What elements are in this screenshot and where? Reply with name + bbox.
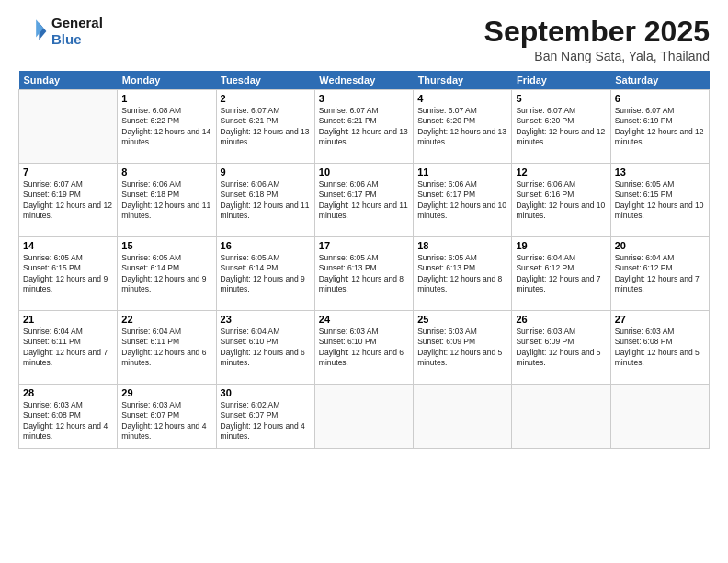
day-number: 21: [23, 314, 113, 325]
day-cell: 16 Sunrise: 6:05 AMSunset: 6:14 PMDaylig…: [216, 237, 314, 311]
day-info: Sunrise: 6:05 AMSunset: 6:15 PMDaylight:…: [615, 179, 705, 222]
day-cell: [19, 90, 118, 164]
day-number: 29: [121, 387, 211, 398]
day-info: Sunrise: 6:06 AMSunset: 6:16 PMDaylight:…: [516, 179, 606, 222]
day-cell: [512, 385, 610, 449]
day-info: Sunrise: 6:03 AMSunset: 6:09 PMDaylight:…: [516, 327, 606, 369]
day-info: Sunrise: 6:03 AMSunset: 6:10 PMDaylight:…: [319, 327, 409, 369]
day-info: Sunrise: 6:05 AMSunset: 6:13 PMDaylight:…: [417, 253, 507, 295]
day-number: 16: [221, 240, 311, 251]
day-number: 2: [221, 93, 311, 104]
day-cell: 10 Sunrise: 6:06 AMSunset: 6:17 PMDaylig…: [314, 164, 413, 237]
day-info: Sunrise: 6:03 AMSunset: 6:08 PMDaylight:…: [23, 400, 113, 442]
day-info: Sunrise: 6:07 AMSunset: 6:21 PMDaylight:…: [319, 106, 409, 148]
logo-text: General Blue: [51, 15, 103, 48]
header-thursday: Thursday: [414, 71, 512, 90]
day-cell: [314, 385, 413, 449]
header-sunday: Sunday: [19, 71, 118, 90]
day-number: 17: [319, 240, 409, 251]
day-cell: 25 Sunrise: 6:03 AMSunset: 6:09 PMDaylig…: [414, 311, 512, 385]
day-number: 28: [23, 387, 113, 398]
location: Ban Nang Sata, Yala, Thailand: [484, 49, 710, 63]
day-info: Sunrise: 6:05 AMSunset: 6:13 PMDaylight:…: [319, 253, 409, 295]
day-info: Sunrise: 6:05 AMSunset: 6:15 PMDaylight:…: [23, 253, 113, 295]
week-row-3: 14 Sunrise: 6:05 AMSunset: 6:15 PMDaylig…: [19, 237, 710, 311]
day-number: 5: [516, 93, 606, 104]
day-info: Sunrise: 6:06 AMSunset: 6:17 PMDaylight:…: [417, 179, 507, 222]
day-info: Sunrise: 6:04 AMSunset: 6:10 PMDaylight:…: [221, 327, 311, 369]
day-info: Sunrise: 6:06 AMSunset: 6:18 PMDaylight:…: [221, 179, 311, 222]
page: General Blue September 2025 Ban Nang Sat…: [0, 0, 728, 563]
day-info: Sunrise: 6:04 AMSunset: 6:12 PMDaylight:…: [516, 253, 606, 295]
day-number: 12: [516, 167, 606, 178]
logo: General Blue: [18, 15, 103, 48]
day-number: 22: [121, 314, 211, 325]
day-info: Sunrise: 6:03 AMSunset: 6:08 PMDaylight:…: [615, 327, 705, 369]
day-cell: 7 Sunrise: 6:07 AMSunset: 6:19 PMDayligh…: [19, 164, 118, 237]
day-cell: 13 Sunrise: 6:05 AMSunset: 6:15 PMDaylig…: [610, 164, 709, 237]
day-number: 25: [417, 314, 507, 325]
day-cell: 24 Sunrise: 6:03 AMSunset: 6:10 PMDaylig…: [314, 311, 413, 385]
header-row: Sunday Monday Tuesday Wednesday Thursday…: [19, 71, 710, 90]
day-info: Sunrise: 6:07 AMSunset: 6:19 PMDaylight:…: [23, 179, 113, 222]
day-info: Sunrise: 6:06 AMSunset: 6:18 PMDaylight:…: [121, 179, 211, 222]
day-info: Sunrise: 6:04 AMSunset: 6:11 PMDaylight:…: [121, 327, 211, 369]
week-row-2: 7 Sunrise: 6:07 AMSunset: 6:19 PMDayligh…: [19, 164, 710, 237]
day-cell: 4 Sunrise: 6:07 AMSunset: 6:20 PMDayligh…: [414, 90, 512, 164]
day-info: Sunrise: 6:07 AMSunset: 6:21 PMDaylight:…: [221, 106, 311, 148]
calendar-table: Sunday Monday Tuesday Wednesday Thursday…: [18, 71, 710, 449]
day-number: 8: [121, 167, 211, 178]
day-info: Sunrise: 6:02 AMSunset: 6:07 PMDaylight:…: [221, 400, 311, 442]
day-number: 4: [417, 93, 507, 104]
day-number: 9: [221, 167, 311, 178]
day-cell: 15 Sunrise: 6:05 AMSunset: 6:14 PMDaylig…: [118, 237, 216, 311]
day-number: 19: [516, 240, 606, 251]
day-cell: 26 Sunrise: 6:03 AMSunset: 6:09 PMDaylig…: [512, 311, 610, 385]
day-cell: 1 Sunrise: 6:08 AMSunset: 6:22 PMDayligh…: [118, 90, 216, 164]
day-number: 20: [615, 240, 705, 251]
header-saturday: Saturday: [610, 71, 709, 90]
day-cell: 22 Sunrise: 6:04 AMSunset: 6:11 PMDaylig…: [118, 311, 216, 385]
header-tuesday: Tuesday: [216, 71, 314, 90]
month-title: September 2025: [484, 15, 710, 49]
day-cell: 21 Sunrise: 6:04 AMSunset: 6:11 PMDaylig…: [19, 311, 118, 385]
day-number: 18: [417, 240, 507, 251]
header-wednesday: Wednesday: [314, 71, 413, 90]
day-number: 11: [417, 167, 507, 178]
day-cell: 11 Sunrise: 6:06 AMSunset: 6:17 PMDaylig…: [414, 164, 512, 237]
day-number: 27: [615, 314, 705, 325]
day-number: 15: [121, 240, 211, 251]
day-cell: [610, 385, 709, 449]
week-row-4: 21 Sunrise: 6:04 AMSunset: 6:11 PMDaylig…: [19, 311, 710, 385]
day-cell: 17 Sunrise: 6:05 AMSunset: 6:13 PMDaylig…: [314, 237, 413, 311]
header-friday: Friday: [512, 71, 610, 90]
week-row-1: 1 Sunrise: 6:08 AMSunset: 6:22 PMDayligh…: [19, 90, 710, 164]
day-number: 13: [615, 167, 705, 178]
day-number: 23: [221, 314, 311, 325]
day-cell: 19 Sunrise: 6:04 AMSunset: 6:12 PMDaylig…: [512, 237, 610, 311]
day-cell: 6 Sunrise: 6:07 AMSunset: 6:19 PMDayligh…: [610, 90, 709, 164]
day-cell: 5 Sunrise: 6:07 AMSunset: 6:20 PMDayligh…: [512, 90, 610, 164]
day-number: 3: [319, 93, 409, 104]
day-cell: [414, 385, 512, 449]
day-number: 1: [121, 93, 211, 104]
day-info: Sunrise: 6:05 AMSunset: 6:14 PMDaylight:…: [221, 253, 311, 295]
day-cell: 12 Sunrise: 6:06 AMSunset: 6:16 PMDaylig…: [512, 164, 610, 237]
day-number: 6: [615, 93, 705, 104]
day-info: Sunrise: 6:06 AMSunset: 6:17 PMDaylight:…: [319, 179, 409, 222]
day-info: Sunrise: 6:03 AMSunset: 6:07 PMDaylight:…: [121, 400, 211, 442]
day-cell: 14 Sunrise: 6:05 AMSunset: 6:15 PMDaylig…: [19, 237, 118, 311]
day-number: 26: [516, 314, 606, 325]
header-monday: Monday: [118, 71, 216, 90]
week-row-5: 28 Sunrise: 6:03 AMSunset: 6:08 PMDaylig…: [19, 385, 710, 449]
day-cell: 27 Sunrise: 6:03 AMSunset: 6:08 PMDaylig…: [610, 311, 709, 385]
day-number: 10: [319, 167, 409, 178]
day-cell: 2 Sunrise: 6:07 AMSunset: 6:21 PMDayligh…: [216, 90, 314, 164]
day-number: 30: [221, 387, 311, 398]
day-info: Sunrise: 6:04 AMSunset: 6:11 PMDaylight:…: [23, 327, 113, 369]
day-number: 7: [23, 167, 113, 178]
header: General Blue September 2025 Ban Nang Sat…: [18, 15, 710, 63]
day-info: Sunrise: 6:07 AMSunset: 6:20 PMDaylight:…: [516, 106, 606, 148]
day-cell: 29 Sunrise: 6:03 AMSunset: 6:07 PMDaylig…: [118, 385, 216, 449]
day-info: Sunrise: 6:07 AMSunset: 6:19 PMDaylight:…: [615, 106, 705, 148]
